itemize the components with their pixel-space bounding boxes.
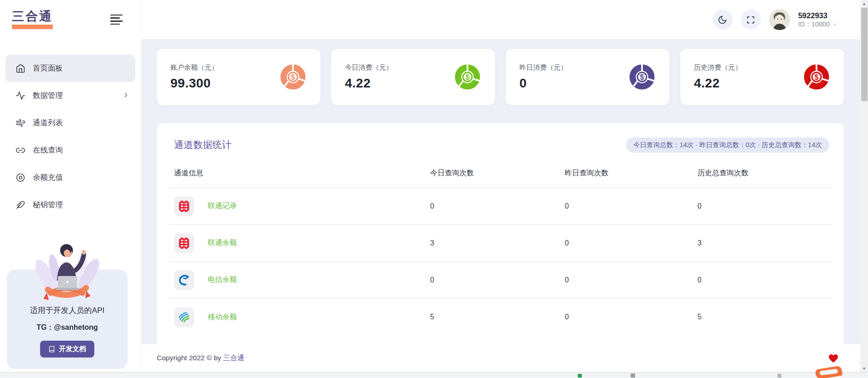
sidebar-item-data-management[interactable]: 数据管理	[5, 82, 135, 109]
donut-dollar-icon: $	[279, 63, 307, 91]
feather-pen-icon	[15, 200, 26, 210]
stat-value: 99.300	[170, 76, 218, 91]
developer-illustration	[24, 239, 111, 307]
donut-dollar-icon: $	[803, 63, 830, 91]
query-summary-badge: 今日查询总数：14次 · 昨日查询总数：0次 · 历史总查询数：14次	[626, 138, 829, 153]
app-logo[interactable]: 三合通	[12, 10, 53, 29]
column-header: 通道信息	[169, 162, 425, 188]
user-id: ID：10000	[798, 20, 830, 28]
scroll-up-arrow[interactable]: ▲	[860, 0, 868, 7]
scroll-down-arrow[interactable]: ▼	[860, 365, 868, 372]
dev-docs-button[interactable]: 开发文档	[40, 341, 94, 358]
channel-stats-card: 通道数据统计 今日查询总数：14次 · 昨日查询总数：0次 · 历史总查询数：1…	[157, 123, 844, 344]
sidebar-item-label: 余额充值	[33, 173, 129, 183]
column-header: 历史总查询次数	[692, 162, 832, 188]
logo-underline	[12, 25, 53, 29]
copyright-text: Copyright 2022 © by 三合通	[157, 353, 244, 363]
user-menu[interactable]: 5922933 ID：10000	[798, 11, 837, 29]
channel-table: 通道信息 今日查询次数 昨日查询次数 历史总查询次数 联通记录	[169, 162, 832, 335]
cell-yesterday: 0	[560, 298, 692, 335]
table-row: 联通记录 0 0 0	[169, 188, 832, 225]
sidebar-item-label: 首页面板	[33, 63, 129, 73]
username: 5922933	[798, 11, 837, 20]
app-logo-text: 三合通	[12, 10, 53, 23]
svg-text:$: $	[291, 73, 295, 81]
sidebar-item-channel-list[interactable]: 通道列表	[5, 109, 135, 137]
stat-value: 4.22	[694, 76, 742, 91]
unicom-logo-icon	[174, 233, 194, 253]
vertical-scrollbar[interactable]: ▲ ▼	[860, 0, 868, 372]
sidebar-item-label: 通道列表	[33, 118, 129, 128]
sidebar-item-key-management[interactable]: 秘钥管理	[5, 191, 135, 219]
cell-yesterday: 0	[560, 261, 692, 298]
cell-today: 5	[425, 298, 560, 335]
content-area: 账户余额（元） 99.300 $ 今日消费（元） 4.22 $ 昨日消费（元）	[141, 39, 860, 344]
table-row: 电信余额 0 0 0	[169, 261, 832, 298]
developer-api-card: 适用于开发人员的API TG：@sanhetong 开发文档	[7, 270, 128, 369]
brand-link[interactable]: 三合通	[223, 354, 245, 362]
telegram-contact: TG：@sanhetong	[7, 323, 128, 332]
topbar: 5922933 ID：10000	[141, 0, 860, 39]
telecom-logo-icon	[174, 270, 194, 290]
fullscreen-button[interactable]	[741, 10, 761, 30]
channel-link[interactable]: 联通记录	[208, 201, 237, 211]
wind-icon	[15, 118, 26, 128]
taskbar-fragment-icon	[631, 373, 635, 378]
channel-link[interactable]: 联通余额	[208, 238, 237, 248]
stat-label: 昨日消费（元）	[519, 63, 567, 72]
taskbar-fragment-icon	[777, 374, 781, 378]
stats-row: 账户余额（元） 99.300 $ 今日消费（元） 4.22 $ 昨日消费（元）	[157, 49, 844, 105]
chevron-down-icon	[832, 22, 837, 27]
sidebar-menu: 首页面板 数据管理 通道列表 在线查询 余	[0, 55, 141, 219]
moon-icon	[718, 15, 727, 25]
cell-yesterday: 0	[560, 225, 692, 261]
svg-text:$: $	[640, 73, 644, 81]
taskbar-fragment-icon	[578, 374, 582, 378]
cell-total: 0	[692, 188, 832, 225]
stat-card-history-spend: 历史消费（元） 4.22 $	[680, 49, 844, 105]
stat-label: 历史消费（元）	[694, 63, 742, 72]
heart-icon	[828, 354, 838, 363]
table-row: 移动余额 5 0 5	[169, 298, 832, 335]
sidebar-item-balance-recharge[interactable]: 余额充值	[5, 164, 135, 191]
sidebar-item-label: 数据管理	[33, 91, 115, 101]
mobile-logo-icon	[174, 307, 194, 327]
channel-link[interactable]: 电信余额	[208, 275, 237, 285]
stat-card-yesterday-spend: 昨日消费（元） 0 $	[506, 49, 669, 105]
cell-total: 3	[692, 225, 832, 261]
fullscreen-icon	[746, 15, 755, 25]
dev-docs-button-label: 开发文档	[59, 345, 86, 353]
link-icon	[15, 145, 26, 155]
footer: Copyright 2022 © by 三合通	[141, 344, 860, 372]
book-icon	[48, 346, 55, 352]
avatar[interactable]	[769, 9, 790, 30]
sidebar-item-online-query[interactable]: 在线查询	[5, 137, 135, 164]
cell-total: 5	[692, 298, 832, 335]
stat-value: 4.22	[345, 76, 393, 91]
column-header: 昨日查询次数	[560, 162, 692, 188]
cell-today: 0	[425, 261, 560, 298]
stat-label: 账户余额（元）	[170, 63, 218, 72]
table-row: 联通余额 3 0 3	[169, 225, 832, 261]
channel-link[interactable]: 移动余额	[208, 312, 237, 322]
donut-dollar-icon: $	[628, 63, 656, 91]
home-icon	[15, 63, 26, 73]
cell-yesterday: 0	[560, 188, 692, 225]
card-title: 通道数据统计	[174, 138, 231, 151]
sidebar-item-dashboard[interactable]: 首页面板	[5, 55, 135, 82]
sidebar-item-label: 在线查询	[33, 145, 129, 155]
column-header: 今日查询次数	[425, 162, 560, 188]
bottom-edge-strip	[0, 372, 868, 378]
main-area: 5922933 ID：10000 账户余额（元） 99.300 $ 今日消费（元…	[141, 0, 860, 372]
unicom-logo-icon	[174, 196, 194, 216]
stat-card-account-balance: 账户余额（元） 99.300 $	[157, 49, 320, 105]
sidebar: 三合通 首页面板 数据管理 通道列表	[0, 0, 141, 372]
scrollbar-thumb[interactable]	[861, 8, 868, 101]
stat-label: 今日消费（元）	[345, 63, 393, 72]
cell-today: 3	[425, 225, 560, 261]
dark-mode-button[interactable]	[713, 10, 733, 30]
cell-today: 0	[425, 188, 560, 225]
menu-toggle-icon[interactable]	[110, 15, 123, 25]
disc-icon	[15, 173, 26, 183]
stat-value: 0	[519, 76, 567, 91]
